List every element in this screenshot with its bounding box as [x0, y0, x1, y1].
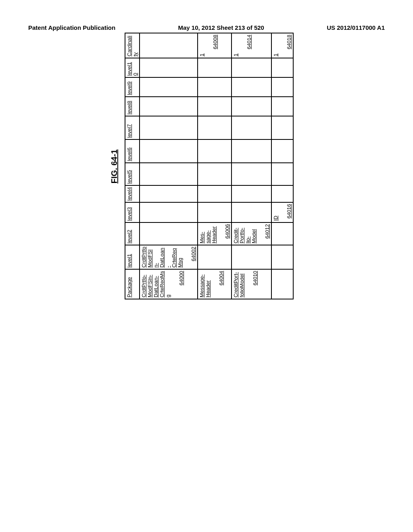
cell-level1: [271, 245, 293, 269]
cell-cardinality: 1 64008: [198, 33, 232, 58]
cell-label: CrdtPrtfoModFSln-DatLoan-CrteReqMsg: [141, 247, 183, 268]
col-level5: level5: [125, 163, 140, 185]
col-level8: level8: [125, 97, 140, 116]
col-level6: level6: [125, 139, 140, 163]
col-package: Package: [125, 269, 140, 299]
cell-level7: [271, 116, 293, 139]
cell-label: 1: [233, 35, 239, 56]
cell-level9: [271, 77, 293, 97]
col-cardinality: Cardinality: [125, 33, 140, 58]
col-level7: level7: [125, 116, 140, 139]
col-level3: level3: [125, 202, 140, 222]
cell-level4: [271, 185, 293, 202]
cell-level1: CrdtPrtfoModFSln-DatLoan-CrteReqMsg 6400…: [140, 245, 198, 269]
cell-level2: [140, 222, 198, 245]
cell-package: [271, 269, 293, 299]
cell-cardinality: 1 64018: [271, 33, 293, 58]
data-table: Package level1 level2 level3 level4 leve…: [125, 33, 294, 299]
cell-ref: 64010: [252, 271, 258, 297]
cell-ref: 64014: [246, 35, 252, 56]
cell-level6: [198, 139, 232, 163]
header-left: Patent Application Publication: [28, 24, 115, 31]
page: Patent Application Publication May 10, 2…: [0, 0, 413, 532]
cell-level2: [271, 222, 293, 245]
cell-level6: [232, 139, 271, 163]
col-level2: level2: [125, 222, 140, 245]
cell-level9: [232, 77, 271, 97]
cell-level10: [232, 58, 271, 77]
cell-level7: [140, 116, 198, 139]
table-row: CreditPort-folioModel 64010 Credit-Portf…: [232, 33, 271, 299]
table-row: CrdtPrtfo-ModFSln-DatLoan-CrteReqMsg 640…: [140, 33, 198, 299]
cell-level3: [140, 202, 198, 222]
header-center: May 10, 2012 Sheet 213 of 520: [178, 24, 264, 31]
cell-level2: Credit-Portfo-lio-Model 64012: [232, 222, 271, 245]
col-level10: level10: [125, 58, 140, 77]
cell-level4: [198, 185, 232, 202]
cell-level5: [198, 163, 232, 185]
header-right: US 2012/0117000 A1: [327, 24, 385, 31]
cell-level6: [271, 139, 293, 163]
cell-level10: [140, 58, 198, 77]
cell-level2: Mes-sage-Header 64006: [198, 222, 232, 245]
cell-level8: [232, 97, 271, 116]
cell-label: CreditPort-folioModel: [233, 271, 245, 297]
cell-label: 1: [273, 35, 279, 56]
figure-area: FIG. 64-1 Package level1 level2 level3 l…: [110, 33, 294, 299]
cell-ref: 64002: [190, 247, 196, 268]
cell-label: Message-Header: [199, 271, 211, 297]
cell-level5: [140, 163, 198, 185]
col-level9: level9: [125, 77, 140, 97]
table-row: ID 64016 1 64018: [271, 33, 293, 299]
cell-level6: [140, 139, 198, 163]
cell-label: ID: [273, 204, 279, 221]
cell-level3: [198, 202, 232, 222]
cell-label: Mes-sage-Header: [199, 224, 217, 243]
table-header-row: Package level1 level2 level3 level4 leve…: [125, 33, 140, 299]
cell-label: CrdtPrtfo-ModFSln-DatLoan-CrteReqMsg: [141, 271, 171, 297]
cell-ref: 64000: [178, 271, 184, 297]
col-level1: level1: [125, 245, 140, 269]
col-level4: level4: [125, 185, 140, 202]
cell-package: CreditPort-folioModel 64010: [232, 269, 271, 299]
cell-cardinality: 1 64014: [232, 33, 271, 58]
cell-level3: ID 64016: [271, 202, 293, 222]
cell-level4: [232, 185, 271, 202]
cell-level7: [198, 116, 232, 139]
table-row: Message-Header 64004 Mes-sage-Header 640…: [198, 33, 232, 299]
cell-level5: [232, 163, 271, 185]
cell-level7: [232, 116, 271, 139]
cell-label: Credit-Portfo-lio-Model: [233, 224, 257, 243]
cell-level9: [140, 77, 198, 97]
cell-ref: 64008: [212, 35, 218, 56]
cell-ref: 64006: [224, 224, 230, 243]
cell-level1: [232, 245, 271, 269]
figure-title: FIG. 64-1: [110, 33, 119, 299]
cell-package: CrdtPrtfo-ModFSln-DatLoan-CrteReqMsg 640…: [140, 269, 198, 299]
cell-ref: 64012: [264, 224, 270, 243]
cell-level10: [198, 58, 232, 77]
cell-level8: [140, 97, 198, 116]
cell-ref: 64004: [218, 271, 224, 297]
cell-level3: [232, 202, 271, 222]
cell-label: 1: [199, 35, 205, 56]
cell-level1: [198, 245, 232, 269]
cell-level9: [198, 77, 232, 97]
page-header: Patent Application Publication May 10, 2…: [28, 24, 385, 31]
cell-level4: [140, 185, 198, 202]
cell-level8: [198, 97, 232, 116]
cell-ref: 64018: [286, 35, 292, 56]
cell-ref: 64016: [286, 204, 292, 221]
cell-level8: [271, 97, 293, 116]
cell-level10: [271, 58, 293, 77]
cell-level5: [271, 163, 293, 185]
cell-package: Message-Header 64004: [198, 269, 232, 299]
cell-cardinality: [140, 33, 198, 58]
